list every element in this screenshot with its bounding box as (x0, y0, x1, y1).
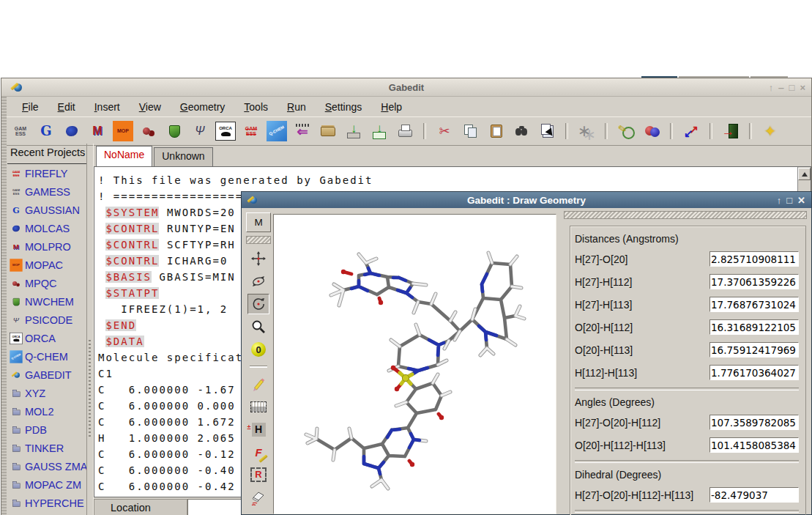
about-icon[interactable] (760, 121, 781, 141)
sidebar-item-q-chem[interactable]: Q-CHEMQ-CHEM (7, 347, 86, 366)
adjust-hydrogens-tool-button[interactable]: H (247, 419, 269, 440)
sidebar-item-gamess[interactable]: GAM ESSGAMESS (7, 182, 86, 201)
orbitals-icon[interactable] (641, 121, 662, 141)
residue-tool-button[interactable]: R (247, 464, 269, 485)
draw-geometry-icon[interactable] (616, 121, 636, 141)
sidebar-item-firefly[interactable]: GAM ESSFIREFLY (7, 164, 86, 182)
sidebar-item-gabedit[interactable]: GABEDIT (7, 366, 86, 384)
shade-button[interactable]: ↑ (777, 196, 782, 205)
sidebar-item-label: NWCHEM (25, 296, 74, 308)
orca-icon: ORCA (7, 329, 25, 347)
eraser-tool-button[interactable] (247, 487, 269, 508)
measure-value-o-20-h-112[interactable] (709, 319, 799, 335)
rotate-z-tool-button[interactable] (247, 294, 269, 314)
main-titlebar[interactable]: Gabedit ↑‒□× (1, 78, 811, 97)
menu-file[interactable]: File (15, 99, 46, 115)
tab-unknown[interactable]: Unknown (154, 147, 212, 166)
molpro-icon[interactable]: M (87, 121, 108, 141)
zoom-tool-button[interactable] (247, 316, 269, 337)
copy-icon[interactable] (460, 121, 480, 141)
save-as-icon[interactable] (369, 121, 390, 141)
measure-value-h-27-h-113[interactable] (709, 297, 799, 312)
sidebar-item-orca[interactable]: ORCAORCA (7, 329, 86, 347)
gaussian-icon[interactable]: G (36, 121, 56, 141)
mpqc-icon[interactable] (138, 121, 159, 141)
nwchem-icon[interactable] (164, 121, 185, 141)
measure-value-o-20-h-113[interactable] (709, 342, 799, 357)
rotate-3d-tool-button[interactable] (247, 271, 269, 292)
insert-icon[interactable] (292, 121, 313, 141)
palette-grip[interactable] (246, 236, 271, 244)
molcas-icon[interactable] (62, 121, 82, 141)
measure-value-h-27-o-20-h-112[interactable] (709, 415, 799, 430)
draw-titlebar[interactable]: Gabedit : Draw Geometry ↑□✕ (242, 192, 811, 208)
measure-label: O[20]-H[112]-H[113] (575, 440, 709, 451)
molpro-icon-text: M (92, 125, 102, 138)
sidebar-item-mopac-zm[interactable]: MOPAC ZM (7, 475, 86, 494)
close-button[interactable]: × (800, 83, 805, 92)
menu-button[interactable]: M (246, 212, 271, 232)
menu-insert[interactable]: Insert (87, 99, 127, 115)
sidebar-item-xyz[interactable]: XYZ (7, 384, 86, 402)
mpqc-icon (10, 277, 22, 289)
sidebar-item-molcas[interactable]: MOLCAS (7, 219, 86, 237)
menu-view[interactable]: View (132, 99, 168, 115)
sidebar-item-hyperche[interactable]: HYPERCHE (7, 494, 86, 512)
sidebar-item-nwchem[interactable]: NWCHEM (7, 292, 86, 311)
open-file-icon[interactable] (318, 121, 338, 141)
tab-noname[interactable]: NoName (96, 146, 152, 166)
origin-atom-tool-button[interactable]: 0 (247, 339, 269, 360)
menu-edit[interactable]: Edit (51, 99, 83, 115)
menu-help[interactable]: Help (373, 99, 409, 115)
sidebar-item-pdb[interactable]: PDB (7, 420, 86, 439)
minimize-button[interactable]: ‒ (778, 83, 783, 92)
menu-settings[interactable]: Settings (318, 99, 370, 115)
sidebar-splitter[interactable] (86, 144, 94, 515)
measure-value-h-27-o-20[interactable] (709, 251, 799, 267)
sidebar-item-mol2[interactable]: MOL2 (7, 402, 86, 420)
measure-value-h-27-h-112[interactable] (709, 274, 799, 289)
paste-icon[interactable] (485, 121, 506, 141)
sidebar-item-mopac[interactable]: MOPMOPAC (7, 256, 86, 274)
palette-separator (250, 366, 267, 368)
sidebar-item-tinker[interactable]: TINKER (7, 439, 86, 457)
sidebar-item-molpro[interactable]: MMOLPRO (7, 237, 86, 256)
measure-icon[interactable] (681, 121, 701, 141)
molecule-canvas[interactable] (273, 214, 556, 514)
scroll-up-button[interactable] (798, 168, 811, 180)
print-icon[interactable] (395, 121, 415, 141)
pencil-tool-button[interactable] (247, 374, 269, 394)
preferences-icon[interactable] (576, 121, 597, 141)
qchem-icon-text: Q-CHEM (11, 353, 21, 360)
exit-icon[interactable] (720, 121, 741, 141)
qchem-icon[interactable]: Q-CHEM (267, 121, 287, 141)
sidebar-item-mpqc[interactable]: MPQC (7, 274, 86, 292)
orca-icon[interactable]: ORCA (215, 122, 236, 141)
panel-grip[interactable] (564, 211, 807, 219)
mopac-icon[interactable]: MOP (113, 121, 133, 141)
sidebar-item-gauss-zma[interactable]: GAUSS ZMA (7, 457, 86, 475)
psicode-icon[interactable]: Ψ (190, 121, 210, 141)
select-all-icon[interactable] (537, 121, 557, 141)
gamess-icon[interactable]: GAM ESS (10, 121, 31, 141)
translate-tool-button[interactable] (247, 248, 269, 269)
menu-geometry[interactable]: Geometry (173, 99, 232, 115)
shade-button[interactable]: ↑ (769, 83, 774, 92)
measure-value-o-20-h-112-h-113[interactable] (709, 437, 799, 453)
select-rect-tool-button[interactable] (247, 396, 269, 417)
close-button[interactable]: ✕ (797, 196, 805, 205)
maximize-button[interactable]: □ (786, 196, 792, 205)
find-icon[interactable] (511, 121, 532, 141)
measure-value-h-27-o-20-h-112-h-113[interactable] (709, 487, 799, 503)
save-icon[interactable] (343, 121, 364, 141)
maximize-button[interactable]: □ (789, 83, 795, 92)
fragment-tool-button[interactable]: F (247, 442, 269, 462)
menu-run[interactable]: Run (280, 99, 313, 115)
cut-icon[interactable] (434, 121, 455, 141)
measure-value-h-112-h-113[interactable] (709, 365, 799, 380)
menu-tools[interactable]: Tools (236, 99, 275, 115)
sidebar-item-gaussian[interactable]: GGAUSSIAN (7, 201, 86, 219)
gaussian-icon: G (7, 201, 25, 219)
sidebar-item-psicode[interactable]: ΨPSICODE (7, 311, 86, 329)
firefly-icon[interactable]: GAM ESS (241, 121, 261, 141)
